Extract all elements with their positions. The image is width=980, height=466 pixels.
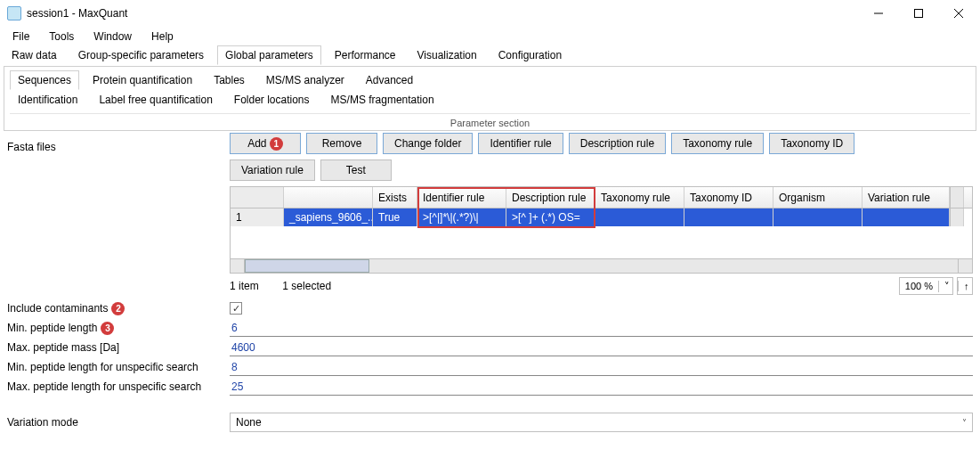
parameter-section-label: Parameter section	[10, 113, 970, 130]
marker-3: 3	[101, 322, 114, 335]
menu-window[interactable]: Window	[92, 29, 134, 45]
add-button[interactable]: Add 1	[230, 133, 301, 154]
window-title: session1 - MaxQuant	[27, 7, 127, 20]
cell-variation-rule	[863, 208, 950, 226]
label-max-peptide-mass: Max. peptide mass [Da]	[7, 341, 119, 354]
table-header: Exists Identifier rule Description rule …	[231, 187, 972, 208]
subtab-msms-analyzer[interactable]: MS/MS analyzer	[258, 70, 352, 90]
variation-mode-value: None	[236, 416, 262, 429]
test-button[interactable]: Test	[320, 159, 392, 181]
chevron-down-icon[interactable]: ˅	[938, 281, 952, 292]
cell-organism	[773, 208, 863, 226]
cell-description-rule: >[^ ]+ (.*) OS=	[506, 208, 595, 226]
col-taxonomy-rule[interactable]: Taxonomy rule	[595, 187, 684, 208]
max-peptide-mass-input[interactable]	[230, 339, 973, 356]
marker-1: 1	[270, 137, 283, 151]
min-unspecific-length-input[interactable]	[230, 358, 973, 376]
col-identifier-rule[interactable]: Identifier rule	[417, 187, 506, 208]
add-button-label: Add	[247, 137, 266, 150]
variation-rule-button[interactable]: Variation rule	[230, 159, 315, 181]
menu-help[interactable]: Help	[150, 29, 175, 45]
identifier-rule-button[interactable]: Identifier rule	[478, 133, 563, 154]
label-min-unspecific-length: Min. peptide length for unspecific searc…	[7, 361, 198, 373]
subtab-sequences[interactable]: Sequences	[10, 70, 79, 90]
col-description-rule[interactable]: Description rule	[506, 187, 595, 208]
description-rule-button[interactable]: Description rule	[569, 133, 666, 154]
taxonomy-id-button[interactable]: Taxonomy ID	[769, 133, 854, 154]
label-min-peptide-length: Min. peptide length	[7, 322, 97, 334]
subtab-folder-locations[interactable]: Folder locations	[226, 90, 318, 110]
cell-file: _sapiens_9606_...	[284, 208, 373, 226]
subtab-panel: Sequences Protein quantification Tables …	[4, 66, 976, 131]
cell-taxonomy-id	[684, 208, 773, 226]
remove-button[interactable]: Remove	[306, 133, 377, 154]
app-icon	[7, 6, 21, 20]
menu-tools[interactable]: Tools	[47, 29, 76, 45]
titlebar: session1 - MaxQuant	[0, 0, 980, 27]
fasta-table: Exists Identifier rule Description rule …	[230, 186, 973, 274]
zoom-up-button[interactable]: ↑	[957, 277, 973, 295]
chevron-down-icon: ˅	[962, 418, 967, 428]
status-selected-count: 1 selected	[282, 280, 331, 292]
subtab-advanced[interactable]: Advanced	[358, 70, 421, 90]
subtab-tables[interactable]: Tables	[206, 70, 253, 90]
tab-performance[interactable]: Performance	[327, 45, 404, 65]
maximize-button[interactable]	[898, 1, 938, 26]
svg-rect-1	[914, 10, 922, 18]
tab-raw-data[interactable]: Raw data	[4, 45, 65, 65]
max-unspecific-length-input[interactable]	[230, 378, 973, 396]
subtab-identification[interactable]: Identification	[10, 90, 85, 110]
cell-taxonomy-rule	[595, 208, 684, 226]
variation-mode-combobox[interactable]: None ˅	[230, 413, 973, 432]
tab-visualization[interactable]: Visualization	[409, 45, 485, 65]
col-organism[interactable]: Organism	[773, 187, 863, 208]
arrow-up-icon: ↑	[958, 281, 972, 291]
taxonomy-rule-button[interactable]: Taxonomy rule	[671, 133, 764, 154]
label-variation-mode: Variation mode	[7, 416, 78, 429]
zoom-value: 100 %	[900, 281, 938, 291]
status-item-count: 1 item	[230, 280, 259, 292]
label-max-unspecific-length: Max. peptide length for unspecific searc…	[7, 380, 201, 393]
table-horizontal-scrollbar[interactable]	[231, 258, 972, 273]
label-include-contaminants: Include contaminants	[7, 302, 108, 315]
col-variation-rule[interactable]: Variation rule	[863, 187, 950, 208]
subtab-lfq[interactable]: Label free quantification	[91, 90, 220, 110]
tab-global-parameters[interactable]: Global parameters	[217, 45, 321, 65]
close-button[interactable]	[938, 1, 978, 26]
col-taxonomy-id[interactable]: Taxonomy ID	[684, 187, 773, 208]
marker-2: 2	[111, 302, 125, 315]
tab-group-specific[interactable]: Group-specific parameters	[70, 45, 212, 65]
label-fasta-files: Fasta files	[7, 141, 56, 153]
col-exists[interactable]: Exists	[373, 187, 417, 208]
zoom-control[interactable]: 100 % ˅	[899, 277, 953, 295]
subtab-protein-quant[interactable]: Protein quantification	[85, 70, 200, 90]
menu-file[interactable]: File	[11, 29, 31, 45]
cell-index: 1	[231, 208, 284, 226]
main-tabs: Raw data Group-specific parameters Globa…	[0, 46, 980, 66]
change-folder-button[interactable]: Change folder	[383, 133, 473, 154]
window-controls	[858, 1, 978, 26]
menubar: File Tools Window Help	[0, 27, 980, 46]
table-row[interactable]: 1 _sapiens_9606_... True >[^|]*\|(.*?)\|…	[231, 208, 972, 226]
minimize-button[interactable]	[858, 1, 898, 26]
cell-exists: True	[373, 208, 417, 226]
subtab-msms-fragmentation[interactable]: MS/MS fragmentation	[323, 90, 442, 110]
min-peptide-length-input[interactable]	[230, 319, 973, 337]
cell-identifier-rule: >[^|]*\|(.*?)\|	[417, 208, 506, 226]
tab-configuration[interactable]: Configuration	[490, 45, 570, 65]
include-contaminants-checkbox[interactable]: ✓	[230, 302, 242, 315]
